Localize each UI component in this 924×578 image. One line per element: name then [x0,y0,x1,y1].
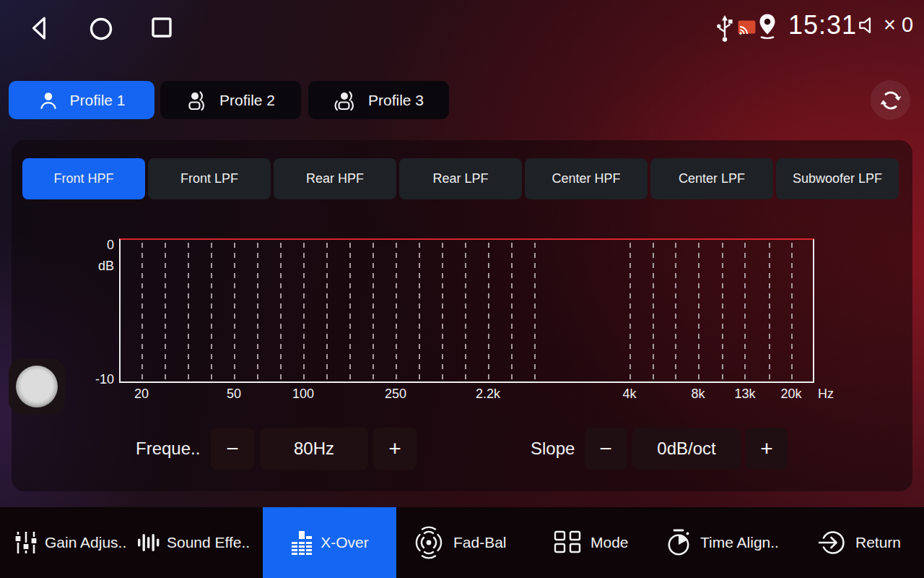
gridline [280,243,282,380]
gridline [165,243,166,380]
refresh-icon [879,88,903,113]
volume-level: × 0 [884,13,913,37]
nav-label: Mode [590,534,629,551]
tab-label: Center LPF [679,171,745,186]
tab-subwoofer-lpf[interactable]: Subwoofer LPF [776,158,899,199]
x-axis-ticks: Hz 20501002502.2k4k8k13k20k [119,387,870,405]
gridline [419,243,420,380]
gridline [349,243,351,380]
gridline [465,243,466,380]
nav-sound-effect[interactable]: Sound Effe.. [137,507,250,578]
frequency-value: 80Hz [260,428,368,470]
equalizer-icon [290,530,313,556]
y-axis-bottom-label: -10 [75,372,114,387]
profile-tab-2[interactable]: Profile 2 [160,81,301,119]
floating-knob-button[interactable] [9,358,65,415]
gridline [511,243,513,380]
gridline [675,243,676,380]
slope-minus-button[interactable]: − [585,428,627,470]
gridline [442,243,443,380]
tab-rear-lpf[interactable]: Rear LPF [399,158,522,199]
nav-label: Fad-Bal [453,534,507,551]
profile-tab-label: Profile 2 [219,92,275,109]
head-unit-screen: 15:31 × 0 Profile 1 Profile 2 [0,0,924,578]
tab-label: Rear HPF [306,171,364,186]
nav-label: Sound Effe.. [167,534,250,551]
tab-label: Front HPF [53,171,113,186]
stopwatch-icon [666,528,693,557]
gridline [488,243,489,380]
nav-label: Gain Adjus.. [45,534,126,551]
gridline [534,243,536,380]
location-icon [757,13,778,42]
gridline [653,243,654,380]
nav-label: Return [855,534,901,551]
frequency-label: Freque.. [136,428,200,470]
nav-fad-bal[interactable]: Fad-Bal [411,507,507,578]
usb-icon [715,14,735,45]
volume-muted-icon [858,14,881,36]
tab-front-lpf[interactable]: Front LPF [148,158,271,199]
clock: 15:31 [788,10,857,40]
slope-label: Slope [531,428,575,470]
volume-indicator: × 0 [858,13,913,37]
frequency-plus-button[interactable]: + [373,428,417,470]
tab-label: Front LPF [180,171,238,186]
slope-value: 0dB/oct [632,428,741,470]
tab-front-hpf[interactable]: Front HPF [22,158,145,199]
gridline [372,243,374,380]
back-icon[interactable] [29,16,51,40]
slope-plus-button[interactable]: + [746,428,788,470]
nav-label: Time Align.. [700,534,779,551]
nav-mode[interactable]: Mode [553,507,629,578]
sound-effect-bars-icon [137,530,160,555]
gridline [629,243,631,380]
nav-time-align[interactable]: Time Align.. [666,507,779,578]
recents-icon[interactable] [151,17,173,38]
return-arrow-icon [818,528,848,557]
x-tick-20k: 20k [780,387,801,402]
gridline [257,243,258,380]
nav-return[interactable]: Return [818,507,901,578]
profile-tab-label: Profile 3 [368,92,424,109]
refresh-button[interactable] [871,80,910,120]
gridline [303,243,305,380]
tab-rear-hpf[interactable]: Rear HPF [274,158,396,199]
nav-label: X-Over [321,534,369,551]
gridline [211,243,212,380]
profile-tab-3[interactable]: Profile 3 [308,81,449,119]
gridline [396,243,397,380]
nav-gain-adjust[interactable]: Gain Adjus.. [14,507,126,578]
frequency-minus-button[interactable]: − [211,428,254,470]
nav-x-over[interactable]: X-Over [263,507,396,578]
profile-tab-label: Profile 1 [69,92,125,109]
tab-center-lpf[interactable]: Center LPF [650,158,773,199]
gridline [188,243,189,380]
x-tick-2.2k: 2.2k [476,387,500,402]
x-tick-100: 100 [292,387,314,402]
x-tick-4k: 4k [622,387,636,402]
fader-balance-icon [411,526,446,559]
profile-tab-1[interactable]: Profile 1 [9,81,154,119]
xover-plot[interactable] [119,238,814,383]
x-tick-8k: 8k [691,387,705,402]
person-broadcast-icon [334,90,358,111]
home-icon[interactable] [89,17,113,41]
tab-label: Rear LPF [432,171,488,186]
x-axis-unit: Hz [818,387,834,402]
mode-grid-icon [553,530,583,556]
tab-label: Center HPF [552,171,620,186]
gridline [698,243,699,380]
gridline [791,243,793,380]
gridline [769,243,770,380]
gridline [234,243,235,380]
bottom-nav-bar: Gain Adjus.. Sound Effe.. [0,507,924,578]
tab-label: Subwoofer LPF [793,171,882,186]
gridline [141,243,143,380]
y-axis-unit-label: dB [75,259,114,274]
x-tick-250: 250 [385,387,406,402]
tab-center-hpf[interactable]: Center HPF [525,158,648,199]
x-tick-50: 50 [227,387,241,402]
x-tick-13k: 13k [734,387,755,402]
person-icon [38,90,59,111]
